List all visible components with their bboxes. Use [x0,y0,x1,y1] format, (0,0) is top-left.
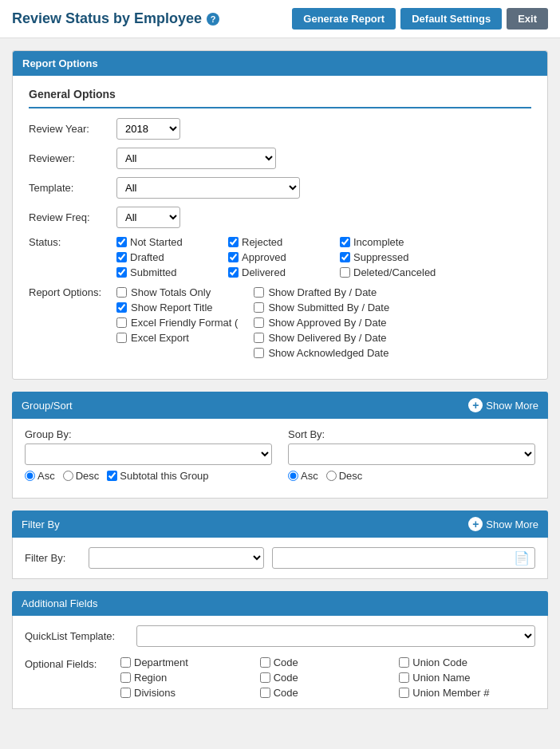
filter-search-icon[interactable]: 📄 [514,550,530,566]
group-by-asc-radio[interactable] [25,471,35,481]
opt-show-totals-only-checkbox[interactable] [116,287,127,298]
opt-union-member-checkbox[interactable] [399,688,409,698]
opt-show-report-title-checkbox[interactable] [116,302,127,313]
group-by-desc: Desc [63,470,100,482]
exit-button[interactable]: Exit [507,8,548,30]
status-suppressed-checkbox[interactable] [340,252,350,262]
opt-code-1-checkbox[interactable] [260,657,270,668]
plus-icon: + [468,398,483,412]
opt-show-delivered-by-checkbox[interactable] [254,333,264,343]
opt-show-submitted-by-label: Show Submitted By / Date [268,302,389,313]
status-not-started-checkbox[interactable] [116,237,127,247]
status-approved-checkbox[interactable] [228,252,239,262]
status-delivered-checkbox[interactable] [228,267,239,278]
opt-show-totals-only: Show Totals Only [116,286,238,298]
status-rejected-checkbox[interactable] [228,237,239,247]
opt-show-totals-only-label: Show Totals Only [131,286,211,298]
opt-show-submitted-by-checkbox[interactable] [254,302,264,313]
status-suppressed-label: Suppressed [353,251,408,263]
opt-code-1-label: Code [274,656,298,668]
group-sort-controls: Group By: Asc Desc [25,428,535,482]
group-by-asc: Asc [25,470,55,482]
opt-show-delivered-by-label: Show Delivered By / Date [268,332,386,344]
reviewer-select[interactable]: All [116,148,276,169]
opt-code-2-checkbox[interactable] [260,672,270,683]
sort-by-select[interactable] [288,443,535,465]
sort-by-asc-radio[interactable] [288,471,298,481]
review-freq-select[interactable]: All [116,207,180,228]
status-row-1: Not Started Rejected Incomplete [116,236,531,248]
opt-union-code-checkbox[interactable] [399,657,409,668]
desc-label: Desc [76,470,100,482]
status-drafted: Drafted [116,251,212,263]
page-title: Review Status by Employee ? [12,10,219,27]
status-deleted-label: Deleted/Canceled [353,266,436,278]
help-icon[interactable]: ? [207,13,219,26]
main-content: Report Options General Options Review Ye… [0,38,560,733]
status-rejected: Rejected [228,236,324,248]
opt-union-name-checkbox[interactable] [399,672,409,683]
opt-divisions-checkbox[interactable] [120,688,131,698]
quicklist-select[interactable] [136,625,535,647]
generate-report-button[interactable]: Generate Report [292,8,396,30]
opt-show-acknowledged-checkbox[interactable] [254,348,264,358]
status-drafted-checkbox[interactable] [116,252,127,262]
opt-code-3-checkbox[interactable] [260,688,270,698]
review-year-select[interactable]: 2018 2019 2020 [116,118,180,140]
sort-by-col: Sort By: Asc Desc [288,428,535,482]
report-options-right: Show Drafted By / Date Show Submitted By… [254,286,389,359]
status-incomplete-checkbox[interactable] [340,237,350,247]
filter-show-more[interactable]: + Show More [468,517,538,531]
report-options-label: Report Options: [29,286,116,298]
group-by-radios: Asc Desc Subtotal this Group [25,470,272,482]
opt-region-checkbox[interactable] [120,672,131,683]
template-select[interactable]: All [116,177,300,199]
opt-department-checkbox[interactable] [120,657,131,668]
group-by-label: Group By: [25,428,272,440]
group-by-desc-radio[interactable] [63,471,73,481]
status-rejected-label: Rejected [242,236,282,248]
filter-by-select[interactable] [89,547,264,569]
status-row-3: Submitted Delivered Deleted/Canceled [116,266,531,278]
opt-show-approved-by-checkbox[interactable] [254,317,264,328]
report-options-left: Show Totals Only Show Report Title Excel… [116,286,238,359]
opt-excel-export-checkbox[interactable] [116,333,127,343]
opt-show-drafted-by: Show Drafted By / Date [254,286,389,298]
filter-plus-icon: + [468,517,483,531]
report-options-body: General Options Review Year: 2018 2019 2… [13,76,547,379]
status-approved-label: Approved [242,251,286,263]
report-options-title: Report Options [22,57,98,69]
opt-show-approved-by-label: Show Approved By / Date [268,317,386,329]
opt-show-drafted-by-label: Show Drafted By / Date [268,286,377,298]
opt-code-3: Code [260,687,396,699]
sort-by-label: Sort By: [288,428,535,440]
opt-excel-friendly-label: Excel Friendly Format ( [131,317,238,329]
opt-union-code-label: Union Code [412,656,467,668]
quicklist-row: QuickList Template: [25,625,535,647]
template-label: Template: [29,182,116,194]
opt-show-drafted-by-checkbox[interactable] [254,287,264,298]
sort-by-desc-radio[interactable] [326,471,337,481]
group-by-select[interactable] [25,443,272,465]
opt-excel-friendly-checkbox[interactable] [116,317,127,328]
opt-show-report-title-label: Show Report Title [131,302,213,313]
filter-show-more-label: Show More [486,518,538,530]
default-settings-button[interactable]: Default Settings [400,8,502,30]
opt-union-name-label: Union Name [412,672,470,684]
review-freq-control: All [116,207,531,228]
status-deleted-checkbox[interactable] [340,267,350,278]
filter-input-field[interactable] [278,552,514,564]
filter-by-section: Filter By + Show More Filter By: 📄 [12,511,548,579]
filter-label: Filter By: [25,552,81,564]
template-control: All [116,177,531,199]
group-sort-show-more[interactable]: + Show More [468,398,538,412]
status-approved: Approved [228,251,324,263]
status-submitted-label: Submitted [130,266,177,278]
status-submitted-checkbox[interactable] [116,267,127,278]
report-options-row: Report Options: Show Totals Only Show Re… [29,286,531,359]
additional-fields-header: Additional Fields [12,591,548,616]
general-options-title: General Options [29,88,531,101]
opt-excel-friendly: Excel Friendly Format ( [116,317,238,329]
status-grid: Not Started Rejected Incomplete [116,236,531,278]
subtotal-checkbox[interactable] [107,471,117,481]
